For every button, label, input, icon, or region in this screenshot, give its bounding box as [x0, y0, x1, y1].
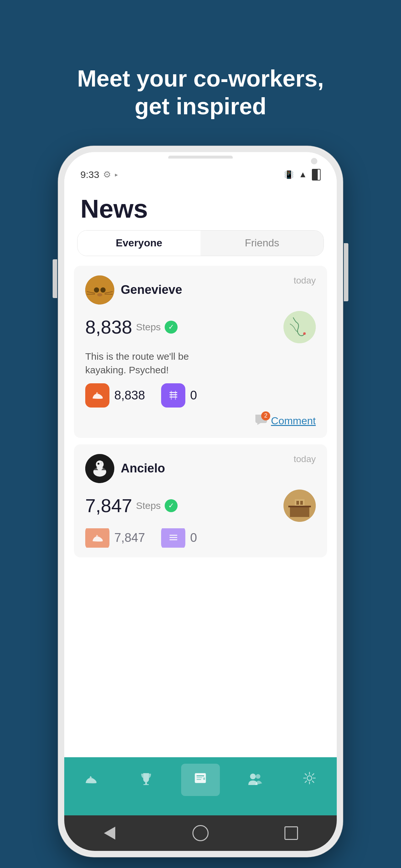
check-icon-card1: ✓: [165, 321, 178, 334]
svg-rect-12: [169, 392, 177, 393]
bottom-nav: [64, 757, 337, 815]
tab-bar: Everyone Friends: [77, 230, 324, 256]
back-icon: [104, 827, 115, 840]
svg-rect-13: [169, 394, 177, 395]
svg-rect-32: [143, 784, 149, 785]
back-button[interactable]: [100, 824, 120, 843]
steps-row-card1: 8,838 Steps ✓: [85, 311, 316, 343]
metric-floors-card1: 0: [161, 383, 197, 407]
metric-steps-card1: 8,838: [85, 383, 145, 407]
metric-floors-card2: 0: [161, 528, 197, 548]
timestamp-card1: today: [294, 275, 316, 286]
shoe-icon-orange: [85, 383, 110, 407]
svg-point-39: [256, 774, 260, 779]
shoe-nav-icon: [84, 771, 99, 789]
svg-point-4: [100, 287, 105, 292]
svg-point-5: [97, 293, 102, 297]
phone-mockup: 9:33 ⚙ ▸ 📳 ▲ ▮ News Everyone Friends: [58, 146, 343, 857]
steps-count-card1: 8,838: [85, 316, 132, 338]
svg-rect-26: [300, 501, 303, 505]
steps-count-card2: 7,847: [85, 495, 132, 516]
avatar-ancielo: [85, 454, 114, 483]
card2-metrics: 7,847 0: [85, 528, 316, 548]
check-icon-card2: ✓: [165, 499, 178, 512]
tab-everyone[interactable]: Everyone: [78, 230, 201, 256]
svg-rect-23: [290, 506, 309, 517]
vibrate-icon: 📳: [284, 170, 294, 179]
svg-rect-25: [297, 501, 299, 505]
feed-area: Genevieve today 8,838 Steps ✓: [64, 262, 337, 757]
avatar-genevieve: [85, 275, 114, 305]
comment-badge: 2: [261, 411, 270, 421]
settings-nav-icon: [302, 771, 317, 789]
steps-label-card1: Steps: [136, 321, 161, 333]
svg-rect-15: [171, 391, 172, 400]
card1-caption: This is the route we'll be kayaking. Psy…: [85, 350, 316, 377]
header-section: Meet your co-workers, get inspired: [71, 0, 330, 120]
status-time: 9:33: [81, 169, 99, 180]
nav-activity[interactable]: [72, 764, 111, 796]
metric-floors-value-card2: 0: [190, 531, 197, 545]
status-bar: 9:33 ⚙ ▸ 📳 ▲ ▮: [64, 159, 337, 184]
steps-label-card2: Steps: [136, 500, 161, 511]
status-left: 9:33 ⚙ ▸: [81, 169, 118, 180]
home-icon: [192, 825, 209, 841]
floors-icon-purple-2: [161, 528, 185, 548]
notch-area: [64, 152, 337, 159]
battery-icon: ▮: [312, 169, 320, 181]
phone-screen: 9:33 ⚙ ▸ 📳 ▲ ▮ News Everyone Friends: [64, 152, 337, 851]
metric-floors-value-card1: 0: [190, 389, 197, 402]
metric-steps-card2: 7,847: [85, 528, 145, 548]
card-ancielo: Ancielo today 7,847 Steps ✓: [74, 444, 327, 557]
recents-button[interactable]: [281, 824, 301, 843]
card-header-row: Genevieve today: [85, 275, 316, 305]
nav-settings[interactable]: [290, 764, 329, 796]
floors-icon-purple: [161, 383, 185, 407]
card-header-row-2: Ancielo today: [85, 454, 316, 483]
tab-friends[interactable]: Friends: [201, 230, 323, 256]
recents-icon: [284, 826, 298, 840]
room-thumbnail: [283, 490, 316, 522]
svg-point-0: [85, 275, 114, 305]
android-nav: [64, 815, 337, 851]
page-title: News: [64, 184, 337, 230]
svg-point-21: [97, 463, 99, 465]
svg-point-10: [283, 311, 316, 343]
steps-stat-2: 7,847 Steps ✓: [85, 495, 178, 516]
svg-rect-16: [175, 391, 176, 400]
comment-bubble-icon: 2: [255, 414, 268, 428]
svg-rect-24: [295, 499, 305, 506]
metric-steps-value-card1: 8,838: [114, 389, 145, 402]
svg-rect-14: [169, 397, 177, 398]
comment-label-card1[interactable]: Comment: [271, 415, 316, 427]
shoe-icon-orange-2: [85, 528, 110, 548]
card-user-info: Genevieve: [85, 275, 182, 305]
steps-stat: 8,838 Steps ✓: [85, 316, 178, 338]
wifi-icon: ▲: [299, 169, 307, 180]
nav-friends[interactable]: [236, 764, 274, 796]
svg-point-38: [250, 773, 256, 779]
svg-rect-31: [145, 782, 147, 784]
svg-rect-30: [169, 539, 177, 540]
timestamp-card2: today: [294, 454, 316, 464]
status-right: 📳 ▲ ▮: [284, 169, 320, 181]
steps-row-card2: 7,847 Steps ✓: [85, 490, 316, 522]
user-name-ancielo: Ancielo: [121, 461, 165, 475]
trophy-nav-icon: [139, 771, 153, 789]
card-genevieve: Genevieve today 8,838 Steps ✓: [74, 266, 327, 438]
nav-challenges[interactable]: [127, 764, 165, 796]
nav-news[interactable]: [181, 764, 220, 796]
screen-content: News Everyone Friends: [64, 184, 337, 851]
card1-metrics: 8,838: [85, 383, 316, 407]
svg-point-11: [303, 332, 306, 335]
svg-point-3: [94, 287, 99, 292]
comment-row-card1[interactable]: 2 Comment: [85, 414, 316, 428]
tab-everyone-label: Everyone: [116, 237, 162, 249]
card-user-info-2: Ancielo: [85, 454, 165, 483]
map-thumbnail: [283, 311, 316, 343]
svg-rect-27: [288, 506, 311, 507]
home-button[interactable]: [191, 824, 210, 843]
user-name-genevieve: Genevieve: [121, 283, 182, 297]
svg-point-40: [307, 776, 312, 780]
tab-friends-label: Friends: [245, 237, 279, 249]
